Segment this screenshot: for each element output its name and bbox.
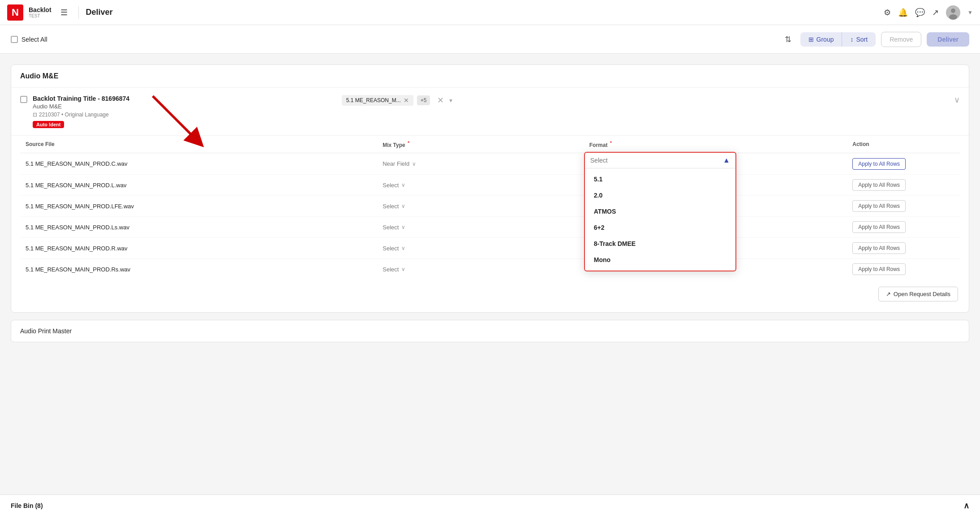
table-header: Source File Mix Type * Format * ▲ bbox=[20, 136, 960, 153]
header-icons: ⚙ 🔔 💬 ↗ ▼ bbox=[884, 5, 973, 20]
brand-name: Backlot bbox=[29, 6, 52, 13]
mix-type-arrow-icon: ∨ bbox=[412, 161, 416, 167]
table-row: 5.1 ME_REASON_MAIN_PROD.LFE.wav Select ∨… bbox=[20, 196, 960, 217]
action-cell: Apply to All Rows bbox=[847, 217, 960, 238]
open-request-details-button[interactable]: ↗ Open Request Details bbox=[878, 287, 958, 301]
card-top: Backlot Training Title - 81696874 Audio … bbox=[20, 95, 960, 128]
meta-icon: ⊡ bbox=[33, 112, 37, 118]
mix-type-cell: Select ∨ bbox=[377, 175, 584, 196]
chat-icon[interactable]: 💬 bbox=[915, 8, 925, 17]
apply-all-rows-button[interactable]: Apply to All Rows bbox=[852, 200, 906, 212]
sort-label: Sort bbox=[856, 36, 868, 43]
deliver-button[interactable]: Deliver bbox=[927, 32, 969, 47]
sort-button[interactable]: ↕ Sort bbox=[842, 32, 876, 47]
avatar[interactable] bbox=[946, 5, 960, 20]
group-icon: ⊞ bbox=[808, 36, 814, 43]
mix-type-select[interactable]: Select ∨ bbox=[383, 245, 579, 252]
card-info: Backlot Training Title - 81696874 Audio … bbox=[33, 95, 336, 128]
select-all-wrap: Select All bbox=[11, 36, 47, 43]
col-header-mix: Mix Type * bbox=[377, 136, 584, 153]
format-option-8track[interactable]: 8-Track DMEE bbox=[585, 236, 735, 252]
format-dropdown[interactable]: ▲ 5.1 2.0 ATMOS 6+2 8-Track DMEE Mono bbox=[584, 152, 736, 271]
apply-all-rows-button[interactable]: Apply to All Rows bbox=[852, 158, 906, 170]
mix-type-value: Select bbox=[383, 182, 399, 189]
meta-text: 2210307 • Original Language bbox=[39, 112, 109, 118]
action-cell: Apply to All Rows bbox=[847, 238, 960, 259]
hamburger-icon[interactable]: ☰ bbox=[57, 6, 71, 19]
group-label: Group bbox=[817, 36, 834, 43]
audio-me-card: Backlot Training Title - 81696874 Audio … bbox=[11, 88, 969, 136]
table-wrap: Source File Mix Type * Format * ▲ bbox=[11, 136, 969, 312]
source-file-cell: 5.1 ME_REASON_MAIN_PROD.Rs.wav bbox=[20, 259, 377, 280]
mix-type-arrow-icon: ∨ bbox=[401, 245, 405, 251]
source-file-cell: 5.1 ME_REASON_MAIN_PROD.C.wav bbox=[20, 153, 377, 175]
table-row: 5.1 ME_REASON_MAIN_PROD.C.wav Near Field… bbox=[20, 153, 960, 175]
group-button[interactable]: ⊞ Group bbox=[800, 32, 842, 47]
file-chip-close-icon[interactable]: ✕ bbox=[404, 97, 409, 104]
format-option-5-1[interactable]: 5.1 bbox=[585, 171, 735, 187]
apply-all-rows-button[interactable]: Apply to All Rows bbox=[852, 179, 906, 191]
source-file-cell: 5.1 ME_REASON_MAIN_PROD.R.wav bbox=[20, 238, 377, 259]
mix-type-arrow-icon: ∨ bbox=[401, 224, 405, 230]
file-chip[interactable]: 5.1 ME_REASON_M... ✕ bbox=[342, 95, 413, 106]
source-file-cell: 5.1 ME_REASON_MAIN_PROD.L.wav bbox=[20, 175, 377, 196]
audio-print-master-section: Audio Print Master bbox=[11, 320, 969, 342]
mix-type-select[interactable]: Near Field ∨ bbox=[383, 160, 579, 167]
open-details-icon: ↗ bbox=[886, 291, 891, 297]
mix-type-cell: Select ∨ bbox=[377, 196, 584, 217]
card-clear-icon[interactable]: ✕ bbox=[437, 95, 444, 105]
format-required-badge: * bbox=[610, 140, 612, 146]
table-body: 5.1 ME_REASON_MAIN_PROD.C.wav Near Field… bbox=[20, 153, 960, 280]
mix-type-select[interactable]: Select ∨ bbox=[383, 203, 579, 210]
brand-info: Backlot TEST bbox=[29, 6, 52, 18]
mix-type-value: Near Field bbox=[383, 160, 409, 167]
toolbar: Select All ⇅ ⊞ Group ↕ Sort Remove Deliv… bbox=[0, 25, 980, 54]
external-link-icon[interactable]: ↗ bbox=[932, 8, 939, 17]
table-row: 5.1 ME_REASON_MAIN_PROD.R.wav Select ∨ A… bbox=[20, 238, 960, 259]
gear-icon[interactable]: ⚙ bbox=[884, 8, 891, 17]
apply-all-rows-button[interactable]: Apply to All Rows bbox=[852, 263, 906, 275]
header-divider bbox=[78, 6, 79, 19]
select-all-checkbox[interactable] bbox=[11, 36, 18, 43]
mix-type-cell: Select ∨ bbox=[377, 217, 584, 238]
source-file-cell: 5.1 ME_REASON_MAIN_PROD.Ls.wav bbox=[20, 217, 377, 238]
avatar-chevron-icon[interactable]: ▼ bbox=[967, 9, 973, 16]
col-header-source: Source File bbox=[20, 136, 377, 153]
mix-type-select[interactable]: Select ∨ bbox=[383, 182, 579, 189]
card-expand-icon[interactable]: ∨ bbox=[954, 95, 960, 105]
mix-type-select[interactable]: Select ∨ bbox=[383, 224, 579, 231]
open-details-label: Open Request Details bbox=[894, 291, 950, 297]
card-title: Backlot Training Title - 81696874 bbox=[33, 95, 336, 102]
mix-required-badge: * bbox=[408, 140, 409, 146]
filter-icon[interactable]: ⇅ bbox=[781, 31, 795, 48]
page-title: Deliver bbox=[86, 8, 113, 17]
source-file-cell: 5.1 ME_REASON_MAIN_PROD.LFE.wav bbox=[20, 196, 377, 217]
audio-me-section: Audio M&E Backlot Training Title - 81696… bbox=[11, 64, 969, 313]
main-content: Audio M&E Backlot Training Title - 81696… bbox=[0, 54, 980, 360]
mix-type-select[interactable]: Select ∨ bbox=[383, 266, 579, 273]
remove-button[interactable]: Remove bbox=[881, 32, 921, 47]
mix-type-value: Select bbox=[383, 224, 399, 231]
mix-type-arrow-icon: ∨ bbox=[401, 266, 405, 272]
group-sort-btn-group: ⊞ Group ↕ Sort bbox=[800, 32, 876, 47]
format-select-input[interactable] bbox=[590, 157, 723, 164]
apply-all-rows-button[interactable]: Apply to All Rows bbox=[852, 221, 906, 233]
app-header: N Backlot TEST ☰ Deliver ⚙ 🔔 💬 ↗ ▼ bbox=[0, 0, 980, 25]
dropdown-up-arrow-icon[interactable]: ▲ bbox=[723, 156, 730, 164]
format-option-6-2[interactable]: 6+2 bbox=[585, 219, 735, 236]
table-row: 5.1 ME_REASON_MAIN_PROD.Rs.wav Select ∨ … bbox=[20, 259, 960, 280]
card-dropdown-arrow-icon[interactable]: ▾ bbox=[449, 97, 452, 104]
format-option-atmos[interactable]: ATMOS bbox=[585, 203, 735, 219]
brand-sub: TEST bbox=[29, 13, 52, 18]
format-option-2-0[interactable]: 2.0 bbox=[585, 187, 735, 203]
apply-all-rows-button[interactable]: Apply to All Rows bbox=[852, 242, 906, 254]
action-cell: Apply to All Rows bbox=[847, 259, 960, 280]
format-header-label: Format * bbox=[589, 142, 612, 148]
col-header-format: Format * ▲ 5.1 2.0 ATMOS bbox=[584, 136, 847, 153]
bell-icon[interactable]: 🔔 bbox=[898, 8, 908, 17]
card-checkbox[interactable] bbox=[20, 96, 27, 103]
action-cell: Apply to All Rows bbox=[847, 153, 960, 175]
mix-type-value: Select bbox=[383, 203, 399, 210]
format-option-mono[interactable]: Mono bbox=[585, 252, 735, 268]
audio-print-master-title: Audio Print Master bbox=[20, 327, 72, 335]
